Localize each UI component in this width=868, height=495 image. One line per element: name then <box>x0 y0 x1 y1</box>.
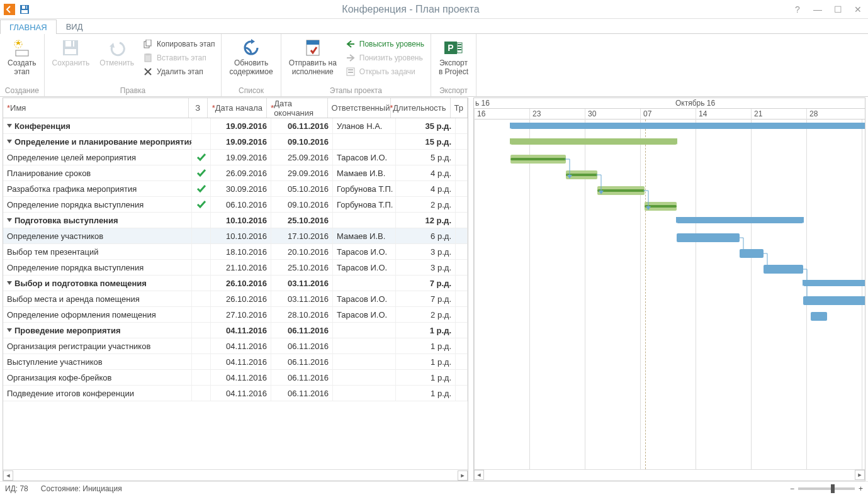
table-row[interactable]: Выбор места и аренда помещения26.10.2016… <box>3 291 468 307</box>
open-tasks-icon <box>346 67 356 77</box>
zoom-control[interactable]: − + <box>790 484 863 493</box>
gantt-summary-bar[interactable] <box>510 123 865 129</box>
export-label: Экспорт в Project <box>439 59 468 77</box>
create-stage-label: Создать этап <box>8 59 37 77</box>
table-row[interactable]: Подведение итогов конференции04.11.20160… <box>3 386 468 401</box>
svg-rect-23 <box>458 47 461 48</box>
new-stage-icon <box>12 38 32 58</box>
project-icon: P <box>443 38 463 58</box>
gantt-hscroll[interactable]: ◄► <box>474 469 865 481</box>
group-label-edit: Правка <box>48 85 218 95</box>
col-start[interactable]: *Дата начала <box>208 98 268 118</box>
status-state: Состояние: Инициация <box>41 484 122 493</box>
tab-main[interactable]: ГЛАВНАЯ <box>0 19 57 34</box>
save-big-icon <box>60 38 81 58</box>
dependency-arrow <box>643 191 655 213</box>
table-row[interactable]: Выбор тем презентаций18.10.201620.10.201… <box>3 244 468 260</box>
col-status[interactable]: З <box>189 98 208 118</box>
dependency-arrow <box>738 238 750 260</box>
maximize-button[interactable]: ☐ <box>828 0 848 19</box>
grid-panel: *Имя З *Дата начала *Дата окончания Отве… <box>3 97 468 481</box>
gantt-panel: ь 16 Октябрь 16 16233007142128 ◄► <box>473 97 865 481</box>
table-row[interactable]: Подготовка выступления10.10.201625.10.20… <box>3 213 468 228</box>
window-title: Конференция - План проекта <box>34 4 787 15</box>
gantt-timeline-months: ь 16 Октябрь 16 <box>474 98 865 109</box>
table-row[interactable]: Определение целей мероприятия19.09.20162… <box>3 150 468 165</box>
dependency-arrow <box>762 253 774 275</box>
tab-view[interactable]: ВИД <box>57 19 93 33</box>
copy-icon <box>143 39 153 49</box>
gantt-task-bar[interactable] <box>677 233 740 242</box>
svg-rect-5 <box>16 50 28 56</box>
open-tasks-button: Открыть задачи <box>343 65 427 78</box>
table-row[interactable]: Определение оформления помещения27.10.20… <box>3 307 468 323</box>
grid-hscroll[interactable]: ◄► <box>3 469 468 481</box>
svg-text:P: P <box>448 43 454 53</box>
gantt-summary-bar[interactable] <box>510 138 677 145</box>
svg-rect-11 <box>146 40 151 46</box>
save-icon[interactable] <box>19 4 30 15</box>
save-button: Сохранить <box>48 36 94 69</box>
table-row[interactable]: Организация кофе-брейков04.11.201606.11.… <box>3 370 468 386</box>
col-end[interactable]: *Дата окончания <box>267 98 327 118</box>
svg-rect-13 <box>146 53 150 55</box>
close-button[interactable]: ✕ <box>848 0 868 19</box>
col-resp[interactable]: Ответственный <box>328 98 391 118</box>
table-row[interactable]: Планирование сроков26.09.201629.09.2016М… <box>3 165 468 181</box>
table-row[interactable]: Определение участников10.10.201617.10.20… <box>3 228 468 244</box>
ribbon: Создать этап Создание Сохранить Отменить <box>0 34 868 97</box>
app-icon[interactable] <box>4 4 15 15</box>
group-label-list: Список <box>225 85 276 95</box>
export-project-button[interactable]: P Экспорт в Project <box>435 36 472 78</box>
gantt-task-bar[interactable] <box>510 155 566 164</box>
col-name[interactable]: *Имя <box>3 98 189 118</box>
level-down-button: Понизить уровень <box>343 52 427 64</box>
grid-header: *Имя З *Дата начала *Дата окончания Отве… <box>3 98 468 118</box>
table-row[interactable]: Выбор и подготовка помещения26.10.201603… <box>3 275 468 291</box>
table-row[interactable]: Организация регистрации участников04.11.… <box>3 338 468 354</box>
svg-rect-18 <box>348 72 353 73</box>
help-button[interactable]: ? <box>787 0 808 19</box>
table-row[interactable]: Конференция19.09.201606.11.2016Уланов Н.… <box>3 118 468 134</box>
level-up-button[interactable]: Повысить уровень <box>343 38 427 50</box>
copy-stage-button[interactable]: Копировать этап <box>140 38 217 50</box>
refresh-icon <box>241 38 261 58</box>
delete-stage-button[interactable]: Удалить этап <box>140 65 217 78</box>
svg-rect-24 <box>458 49 461 50</box>
col-extra[interactable]: Тр <box>451 98 468 118</box>
col-duration[interactable]: *Длительность <box>391 98 451 118</box>
table-row[interactable]: Определение порядка выступления21.10.201… <box>3 260 468 275</box>
refresh-button[interactable]: Обновить содержимое <box>225 36 276 78</box>
svg-rect-7 <box>65 49 76 54</box>
group-label-stages: Этапы проекта <box>285 85 427 95</box>
zoom-out-icon[interactable]: − <box>790 484 794 493</box>
arrow-right-icon <box>346 53 356 63</box>
dependency-arrow <box>596 175 607 197</box>
gantt-task-bar[interactable] <box>811 312 826 321</box>
grid-body[interactable]: Конференция19.09.201606.11.2016Уланов Н.… <box>3 118 468 469</box>
svg-rect-17 <box>348 69 353 70</box>
gantt-summary-bar[interactable] <box>677 217 803 223</box>
minimize-button[interactable]: — <box>808 0 828 19</box>
svg-rect-15 <box>307 40 319 45</box>
title-bar: Конференция - План проекта ? — ☐ ✕ <box>0 0 868 19</box>
table-row[interactable]: Выступление участников04.11.201606.11.20… <box>3 354 468 370</box>
svg-rect-22 <box>458 44 461 45</box>
table-row[interactable]: Разработка графика мероприятия30.09.2016… <box>3 181 468 197</box>
zoom-in-icon[interactable]: + <box>859 484 863 493</box>
group-label-export: Экспорт <box>435 85 472 95</box>
refresh-label: Обновить содержимое <box>229 59 273 77</box>
table-row[interactable]: Определение порядка выступления06.10.201… <box>3 197 468 213</box>
undo-button: Отменить <box>96 36 138 69</box>
paste-stage-button: Вставить этап <box>140 52 217 64</box>
send-execute-button[interactable]: Отправить на исполнение <box>285 36 341 78</box>
table-row[interactable]: Определение и планирование мероприятия19… <box>3 134 468 150</box>
status-id: ИД: 78 <box>5 484 28 493</box>
gantt-timeline-weeks: 16233007142128 <box>474 109 865 120</box>
save-label: Сохранить <box>52 59 90 68</box>
gantt-body[interactable] <box>474 120 865 469</box>
create-stage-button[interactable]: Создать этап <box>4 36 40 78</box>
svg-rect-3 <box>25 6 26 9</box>
table-row[interactable]: Проведение мероприятия04.11.201606.11.20… <box>3 323 468 338</box>
send-icon <box>303 38 323 58</box>
